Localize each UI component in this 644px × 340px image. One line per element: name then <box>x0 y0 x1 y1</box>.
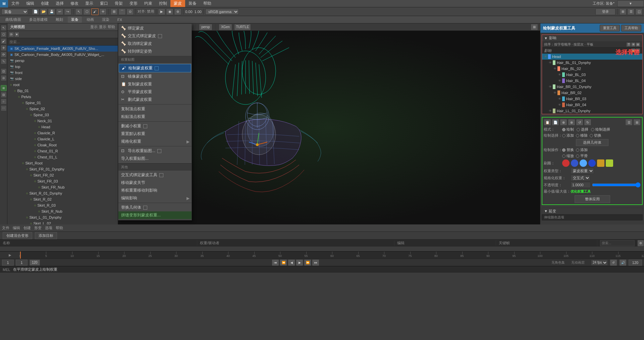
vp-show-btn[interactable]: persp <box>199 24 212 30</box>
influence-collapse[interactable]: ▼ <box>544 36 548 40</box>
menu-modify[interactable]: 修改 <box>67 0 82 7</box>
dd-prune-weights[interactable]: ✂ 删式蒙皮权重 <box>118 96 192 104</box>
ch-create[interactable]: 创建 <box>23 225 31 230</box>
dd-interactive-bind[interactable]: 🦴 交互式绑定蒙皮 <box>118 32 192 40</box>
tree-item-skirt_fr01[interactable]: ○Skirt_FR_01_Dynphy <box>7 166 118 172</box>
pt-icon6[interactable]: ↻ <box>584 119 591 126</box>
menu-file[interactable]: 文件 <box>8 0 23 7</box>
open-btn[interactable]: 📂 <box>40 8 47 15</box>
go-start-btn[interactable]: ⏮ <box>272 259 279 266</box>
ch-help[interactable]: 帮助 <box>56 225 63 230</box>
login-btn[interactable]: 登录 <box>595 8 615 15</box>
menu-skin[interactable]: 蒙皮 <box>170 0 185 7</box>
normalize-select[interactable]: 交互式 <box>571 175 590 181</box>
op-smooth[interactable]: 平滑 <box>576 153 588 158</box>
morph-toggle[interactable]: ▼ 延变 <box>542 208 643 214</box>
dd-mirror-weights[interactable]: ⊡ 镜像蒙皮权重 <box>118 73 192 80</box>
dd-export-weight[interactable]: ⊡ 导出权重贴图... <box>118 147 192 155</box>
dd-goto-pose[interactable]: 🦴 转到绑定姿势 <box>118 48 192 55</box>
ps-add[interactable]: 添加 <box>562 133 574 138</box>
render-btn3[interactable]: ⊚ <box>174 8 181 15</box>
menu-window[interactable]: 窗口 <box>97 0 111 7</box>
outliner-menu-display[interactable]: 显示 <box>90 24 98 29</box>
paint-icon[interactable]: 🖌 <box>1 38 7 44</box>
apply-btn[interactable]: 整体应用 <box>575 195 610 203</box>
menu-edit[interactable]: 编辑 <box>23 0 38 7</box>
prev-frame-btn[interactable]: ⏪ <box>280 259 287 266</box>
current-frame[interactable] <box>16 260 28 266</box>
menu-deform[interactable]: 变形 <box>126 0 141 7</box>
new-btn[interactable]: 📄 <box>32 8 39 15</box>
outliner-menu-help[interactable]: 帮助 <box>108 24 115 29</box>
vp-turtle[interactable]: TURTLE <box>234 24 251 30</box>
sound-btn[interactable]: 🔊 <box>619 259 627 266</box>
outliner-filter[interactable]: ▼ <box>14 32 19 37</box>
dd-paste-vertex[interactable]: 粘贴顶点权重 <box>118 113 192 121</box>
op-replace[interactable]: 替换 <box>562 147 574 152</box>
tree-item-spine01[interactable]: ○Spine_01 <box>7 100 118 106</box>
tree-item-spine03[interactable]: ○Spine_03 <box>7 112 118 118</box>
ch-edit[interactable]: 编辑 <box>13 225 20 230</box>
brush-circle-2[interactable] <box>571 159 578 167</box>
dd-import-weight[interactable]: 导入权重贴图... <box>118 155 192 162</box>
inf-view-grid[interactable]: ⊞ <box>631 42 636 47</box>
tab-poly[interactable]: 多边形建模 <box>26 16 51 23</box>
paint-tool[interactable]: 🖌 <box>91 8 99 15</box>
ch-file[interactable]: 文件 <box>2 225 9 230</box>
inf-view-flat[interactable]: ▤ <box>636 42 640 47</box>
frame-range-indicator[interactable]: 120 <box>30 260 40 266</box>
go-end-btn[interactable]: ⏭ <box>312 259 319 266</box>
dd-reset-weights[interactable]: 重置默认权重 <box>118 130 192 138</box>
brush-circle-4[interactable] <box>588 159 596 167</box>
dd-paint-weights[interactable]: 🖌 绘制蒙皮权重 <box>119 64 191 72</box>
inf-item-hair_bl04[interactable]: 👁Hair_BL_04 <box>542 78 642 84</box>
reset-tool-btn[interactable]: 重置工具 <box>600 25 620 31</box>
inf-item-hair_ll01[interactable]: 👁Hair_LL_01_Dynphy <box>542 108 642 114</box>
tree-item-chest01_l[interactable]: ○Chest_01_L <box>7 154 118 160</box>
ch-search[interactable] <box>600 240 635 246</box>
dd-ist-chk[interactable] <box>159 173 163 177</box>
snap-point[interactable]: ⊙ <box>126 8 134 15</box>
menu-control[interactable]: 控制 <box>156 0 170 7</box>
tree-item-skirt_fr_nub[interactable]: ○Skirt_FR_Nub <box>7 184 118 190</box>
magnet-icon[interactable]: ⊝ <box>1 75 7 81</box>
tree-item-neck01[interactable]: ○Neck_01 <box>7 118 118 124</box>
inf-item-hair_br02[interactable]: 👁Hair_BR_02 <box>542 90 642 96</box>
add-target-btn[interactable]: 添加目标 <box>35 232 57 239</box>
tree-item-skirt_fr03[interactable]: ○Skirt_FR_03 <box>7 178 118 184</box>
brush-circle-6[interactable] <box>606 159 613 167</box>
tree-item-pelvis[interactable]: ○Pelvis <box>7 94 118 100</box>
dd-copy-weights[interactable]: 📋 复制蒙皮权重 <box>118 80 192 88</box>
menu-constrain[interactable]: 约束 <box>141 0 156 7</box>
icon-btn3[interactable]: ◫ <box>635 8 643 15</box>
inf-item-hair_br04[interactable]: 👁Hair_BR_04 <box>542 102 642 108</box>
opacity-field[interactable] <box>571 182 591 188</box>
outliner-menu-show[interactable]: 显示 <box>99 24 106 29</box>
dd-move-joints[interactable]: 移动蒙皮关节 <box>118 179 192 187</box>
tree-item-skirt_root[interactable]: ○Skirt_Root <box>7 160 118 166</box>
inf-item-hair_br03[interactable]: 👁Hair_BR_03 <box>542 96 642 102</box>
tree-item-skirt_r02[interactable]: ○Skirt_R_02 <box>7 196 118 202</box>
render-btn1[interactable]: ▶ <box>158 8 165 15</box>
inf-view-list[interactable]: ☰ <box>626 42 631 47</box>
tree-item-bip01[interactable]: ○Bip_01 <box>7 88 118 94</box>
timeline-ruler[interactable]: ▶ 05101520253035404550556065707580859095… <box>0 251 644 259</box>
rotate-icon[interactable]: ⟳ <box>1 52 7 58</box>
dd-prune-chk[interactable] <box>143 124 147 128</box>
mode-select[interactable]: 选择 <box>577 127 588 132</box>
workspace-btn[interactable]: ▼ <box>617 0 644 7</box>
redo-btn[interactable]: ↪ <box>64 8 71 15</box>
outliner-refresh[interactable]: ⟳ <box>9 32 14 37</box>
tree-item-body[interactable]: ▣SK_Cartoon_Female_Body_AK005_FullUV_Wid… <box>7 52 118 58</box>
ch-options[interactable]: 选项 <box>45 225 52 230</box>
pt-icon3[interactable]: ⊕ <box>560 119 567 126</box>
fps-dropdown[interactable]: 24 fps <box>591 260 608 266</box>
tree-item-side[interactable]: 📷side <box>7 76 118 82</box>
save-btn[interactable]: 💾 <box>48 8 55 15</box>
pt-view2[interactable]: ⊞ <box>633 119 641 126</box>
select-geom-btn[interactable]: 选择几何体 <box>576 139 608 146</box>
dd-interactive-chk[interactable] <box>158 34 162 38</box>
vp-maximize[interactable]: ⊞ <box>531 24 538 30</box>
scale-icon[interactable]: ⤡ <box>1 58 7 64</box>
vp-xgen[interactable]: XGen <box>219 24 232 30</box>
